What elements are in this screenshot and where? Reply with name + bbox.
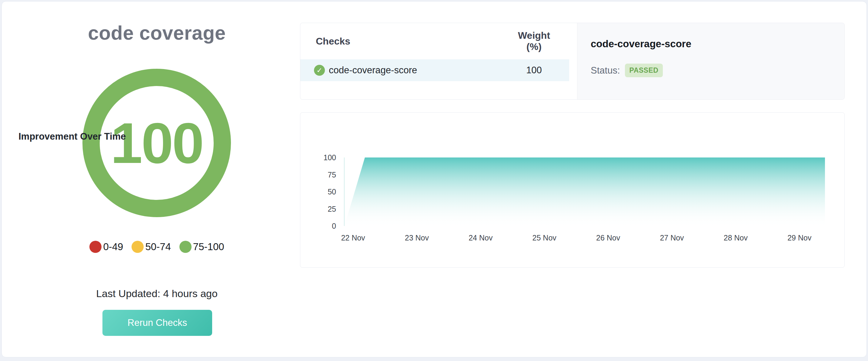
x-tick-label: 25 Nov — [522, 233, 567, 242]
check-name: code-coverage-score — [329, 65, 417, 76]
checks-table-header: Checks Weight (%) — [300, 23, 569, 59]
legend-item-low: 0-49 — [89, 241, 123, 253]
legend-label: 0-49 — [103, 241, 123, 253]
legend-label: 50-74 — [145, 241, 170, 253]
check-passed-icon: ✓ — [314, 65, 325, 76]
x-tick-label: 26 Nov — [586, 233, 631, 242]
status-line: Status: PASSED — [591, 64, 663, 77]
y-tick-label: 0 — [300, 221, 336, 230]
legend-dot-red-icon — [89, 241, 101, 253]
x-tick-label: 28 Nov — [713, 233, 758, 242]
improvement-chart-card: 1007550250 22 Nov23 Nov24 Nov25 Nov26 No… — [300, 112, 845, 268]
page-title: code coverage — [0, 22, 314, 44]
legend-item-mid: 50-74 — [131, 241, 170, 253]
score-gauge: 100 — [83, 69, 231, 217]
legend-item-high: 75-100 — [179, 241, 224, 253]
legend-dot-green-icon — [179, 241, 191, 253]
column-header-weight: Weight (%) — [510, 30, 558, 53]
x-tick-label: 24 Nov — [458, 233, 503, 242]
status-badge: PASSED — [625, 64, 663, 77]
table-row[interactable]: ✓ code-coverage-score 100 — [300, 59, 569, 81]
column-header-checks: Checks — [316, 36, 350, 47]
legend-dot-yellow-icon — [131, 241, 144, 253]
rerun-checks-button[interactable]: Rerun Checks — [102, 310, 212, 336]
x-tick-label: 27 Nov — [649, 233, 695, 242]
last-updated-text: Last Updated: 4 hours ago — [0, 288, 314, 299]
status-label: Status: — [591, 65, 620, 76]
y-tick-label: 75 — [300, 170, 336, 179]
x-tick-label: 29 Nov — [777, 233, 822, 242]
x-tick-label: 22 Nov — [330, 233, 376, 242]
y-tick-label: 50 — [300, 187, 336, 196]
y-tick-label: 25 — [300, 204, 336, 214]
check-weight: 100 — [510, 65, 558, 76]
legend-label: 75-100 — [193, 241, 224, 253]
score-value: 100 — [110, 110, 203, 176]
check-detail-panel: code-coverage-score Status: PASSED — [577, 23, 845, 99]
area-series-fill — [345, 158, 825, 226]
y-tick-label: 100 — [300, 153, 336, 162]
chart-title: Improvement Over Time — [19, 131, 126, 142]
detail-title: code-coverage-score — [591, 38, 691, 50]
x-tick-label: 23 Nov — [394, 233, 439, 242]
area-chart — [300, 113, 845, 268]
checks-card: Checks Weight (%) ✓ code-coverage-score … — [300, 23, 845, 100]
score-legend: 0-49 50-74 75-100 — [0, 240, 314, 254]
